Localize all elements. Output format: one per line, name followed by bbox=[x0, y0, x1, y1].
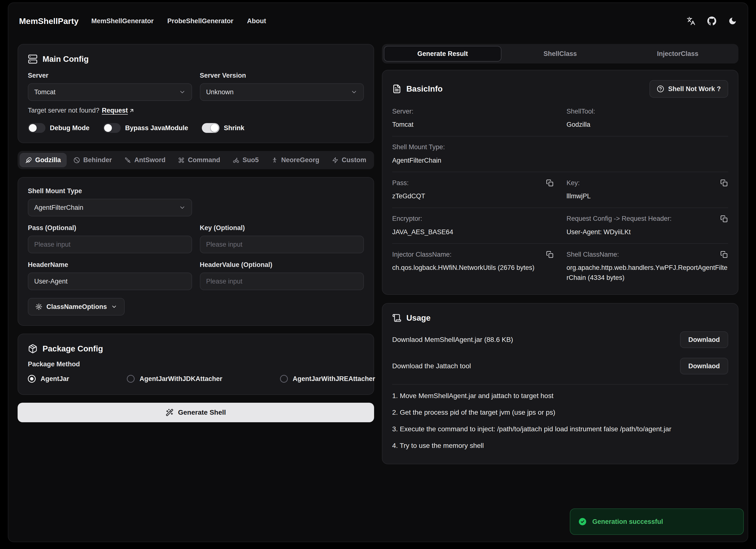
radio-agentjar-jre-attacher[interactable]: AgentJarWithJREAttacher bbox=[280, 375, 375, 383]
mount-type-select-value: AgentFilterChain bbox=[34, 204, 83, 212]
header-name-input[interactable] bbox=[28, 273, 192, 290]
main-config-title: Main Config bbox=[43, 54, 89, 64]
shell-classname-value: org.apache.http.web.handlers.YwPFJ.Repor… bbox=[567, 263, 728, 282]
basic-info-card: BasicInfo Shell Not Work ? Server: Tomca… bbox=[382, 70, 738, 295]
mount-info-label: Shell Mount Type: bbox=[392, 143, 445, 151]
language-icon[interactable] bbox=[687, 17, 695, 25]
copy-injector-classname-icon[interactable] bbox=[546, 250, 554, 259]
nav-item-about[interactable]: About bbox=[247, 17, 266, 25]
copy-shell-classname-icon[interactable] bbox=[720, 250, 728, 259]
server-stack-icon bbox=[28, 54, 38, 64]
usage-step-3: 3. Execute the command to inject: /path/… bbox=[392, 421, 728, 437]
server-label: Server bbox=[28, 72, 192, 79]
chevron-down-icon bbox=[351, 89, 357, 96]
debug-mode-toggle[interactable] bbox=[28, 123, 45, 133]
debug-mode-label: Debug Mode bbox=[50, 124, 89, 132]
bypass-javamodule-toggle[interactable] bbox=[103, 123, 121, 133]
sword-icon bbox=[125, 157, 131, 163]
key-input[interactable] bbox=[200, 236, 364, 253]
package-config-card: Package Config Package Method AgentJar A… bbox=[18, 333, 374, 395]
tab-custom[interactable]: Custom bbox=[326, 153, 372, 167]
shrink-label: Shrink bbox=[224, 124, 244, 132]
radio-agentjar-jdk-attacher[interactable]: AgentJarWithJDKAttacher bbox=[127, 375, 222, 383]
mount-type-select[interactable]: AgentFilterChain bbox=[28, 199, 192, 217]
tab-suo5[interactable]: Suo5 bbox=[227, 153, 265, 167]
pass-label: Pass (Optional) bbox=[28, 224, 192, 232]
nav-links: MemShellGenerator ProbeShellGenerator Ab… bbox=[91, 17, 266, 25]
tab-command[interactable]: Command bbox=[172, 153, 226, 167]
injector-classname-label: Injector ClassName: bbox=[392, 251, 452, 259]
main-config-card: Main Config Server Tomcat Server Version… bbox=[18, 44, 374, 143]
chevron-down-icon bbox=[179, 89, 186, 96]
command-icon bbox=[178, 157, 184, 163]
mount-info-value: AgentFilterChain bbox=[392, 156, 728, 166]
theme-moon-icon[interactable] bbox=[728, 17, 737, 25]
shelltool-info-value: Godzilla bbox=[567, 120, 728, 130]
scroll-icon bbox=[392, 313, 401, 322]
download-jattach-text: Download the Jattach tool bbox=[392, 362, 471, 370]
download-jattach-button[interactable]: Downlaod bbox=[680, 358, 728, 374]
key-info-value: lllmwjPL bbox=[567, 191, 728, 201]
header-name-label: HeaderName bbox=[28, 261, 192, 269]
package-method-radio-group: AgentJar AgentJarWithJDKAttacher AgentJa… bbox=[28, 375, 364, 385]
download-agent-button[interactable]: Downlaod bbox=[680, 331, 728, 348]
tab-neoregeorg[interactable]: NeoreGeorg bbox=[266, 153, 325, 167]
package-method-label: Package Method bbox=[28, 360, 364, 368]
request-header-info-value: User-Agent: WDyiiLKt bbox=[567, 227, 728, 237]
server-select-value: Tomcat bbox=[34, 88, 55, 96]
classname-options-button[interactable]: ClassNameOptions bbox=[28, 298, 125, 315]
shell-not-work-button[interactable]: Shell Not Work ? bbox=[649, 80, 728, 98]
package-icon bbox=[28, 344, 38, 354]
wand-icon bbox=[166, 408, 173, 416]
generate-shell-button[interactable]: Generate Shell bbox=[18, 403, 374, 422]
download-agent-text: Downlaod MemShellAgent.jar (88.6 KB) bbox=[392, 336, 513, 343]
server-select[interactable]: Tomcat bbox=[28, 83, 192, 101]
config-column: Main Config Server Tomcat Server Version… bbox=[18, 44, 374, 422]
circle-help-icon bbox=[657, 85, 664, 93]
check-circle-icon bbox=[578, 517, 587, 526]
encryptor-info-label: Encryptor: bbox=[392, 215, 422, 223]
package-config-title: Package Config bbox=[43, 344, 103, 353]
copy-pass-icon[interactable] bbox=[546, 179, 554, 187]
navbar-actions bbox=[687, 16, 737, 26]
file-text-icon bbox=[392, 84, 401, 94]
server-version-label: Server Version bbox=[200, 72, 364, 79]
result-column: Generate Result ShellClass InjectorClass… bbox=[382, 44, 738, 464]
nav-item-probeshellgenerator[interactable]: ProbeShellGenerator bbox=[167, 17, 233, 25]
usage-step-4: 4. Try to use the memory shell bbox=[392, 437, 728, 454]
gear-icon bbox=[35, 303, 43, 310]
tab-behinder[interactable]: Behinder bbox=[68, 153, 118, 167]
server-version-select[interactable]: Unknown bbox=[200, 83, 364, 101]
tab-generate-result[interactable]: Generate Result bbox=[384, 46, 501, 62]
basic-info-title: BasicInfo bbox=[406, 84, 443, 94]
header-value-input[interactable] bbox=[200, 273, 364, 290]
shell-tool-tabs: Godzilla Behinder AntSword Command Suo5 bbox=[18, 151, 374, 169]
pass-input[interactable] bbox=[28, 236, 192, 253]
copy-key-icon[interactable] bbox=[720, 179, 728, 187]
shrink-toggle[interactable] bbox=[202, 123, 219, 133]
navbar: MemShellParty MemShellGenerator ProbeShe… bbox=[8, 3, 748, 39]
ban-icon bbox=[74, 157, 80, 163]
tab-shellclass[interactable]: ShellClass bbox=[501, 46, 619, 62]
tab-antsword[interactable]: AntSword bbox=[119, 153, 171, 167]
tab-godzilla[interactable]: Godzilla bbox=[20, 153, 67, 167]
github-icon[interactable] bbox=[707, 16, 716, 26]
person-icon bbox=[271, 157, 278, 163]
request-link[interactable]: Request bbox=[102, 107, 135, 114]
mount-type-label: Shell Mount Type bbox=[28, 187, 364, 195]
tab-injectorclass[interactable]: InjectorClass bbox=[619, 46, 736, 62]
key-info-label: Key: bbox=[567, 179, 580, 187]
chevron-down-icon bbox=[179, 204, 186, 211]
radio-agentjar[interactable]: AgentJar bbox=[28, 375, 69, 383]
brand-title[interactable]: MemShellParty bbox=[19, 16, 79, 26]
usage-step-1: 1. Move MemShellAgent.jar and jattach to… bbox=[392, 387, 728, 404]
toast-message: Generation successful bbox=[592, 518, 663, 526]
nav-item-memshellgenerator[interactable]: MemShellGenerator bbox=[91, 17, 154, 25]
zap-icon bbox=[332, 157, 338, 163]
chevron-down-icon bbox=[111, 303, 117, 310]
basic-info-grid: Server: Tomcat ShellTool: Godzilla Shell… bbox=[392, 101, 728, 284]
request-header-info-label: Request Config -> Request Header: bbox=[567, 215, 672, 223]
copy-request-header-icon[interactable] bbox=[720, 215, 728, 223]
key-label: Key (Optional) bbox=[200, 224, 364, 232]
server-version-select-value: Unknown bbox=[206, 88, 234, 96]
